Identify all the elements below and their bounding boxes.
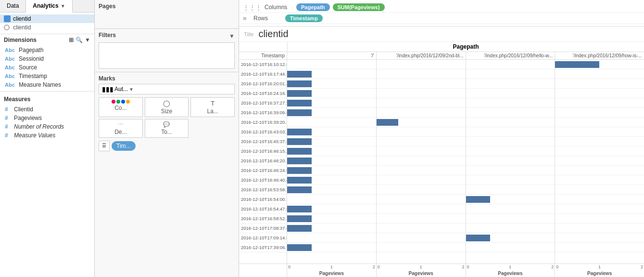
marks-type-dropdown[interactable]: ▮▮▮ Aut... ▼: [99, 84, 235, 94]
axis-col-2: 012 Pageviews: [466, 264, 556, 277]
dim-sessionid[interactable]: Abc Sessionid: [0, 54, 94, 63]
divider: [0, 91, 94, 92]
bar-row: [555, 214, 644, 224]
tim-pill[interactable]: Tim...: [112, 141, 136, 151]
datasource-item-0[interactable]: clientid: [0, 14, 94, 23]
label-icon: T: [211, 100, 215, 107]
bar-row: [377, 204, 466, 214]
pagepath-header-row: Pagepath: [239, 42, 644, 52]
bar-row: [287, 69, 376, 79]
bar-row: [466, 224, 555, 233]
dimensions-list: Abc Pagepath Abc Sessionid Abc Source Ab…: [0, 46, 94, 89]
bar: [287, 215, 312, 222]
measure-number-of-records[interactable]: # Number of Records: [0, 122, 94, 131]
middle-panel: Pages Filters ▼ Marks ▮▮▮ Aut... ▼: [95, 0, 239, 277]
timestamp-cell: 2016-12-10T16:10:12.889...: [239, 60, 287, 69]
axis-col-1: 012 Pageviews: [377, 264, 466, 277]
bar-row: [377, 156, 466, 166]
dim-source[interactable]: Abc Source: [0, 63, 94, 72]
bar-col-0: [287, 60, 377, 264]
filters-section: Filters ▼: [95, 29, 239, 72]
bar-row: [555, 224, 644, 233]
marks-grid: Co... ◯ Size T La... ⋯ De... 💬 To...: [99, 97, 235, 138]
bar-row: [555, 185, 644, 195]
bar-row: [555, 233, 644, 243]
dim-measure-names[interactable]: Abc Measure Names: [0, 80, 94, 89]
columns-shelf: ⋮⋮⋮ Columns Pagepath SUM(Pageviews): [239, 2, 644, 13]
dim-pagepath[interactable]: Abc Pagepath: [0, 46, 94, 54]
filters-caret[interactable]: ▼: [229, 33, 235, 40]
marks-label-button[interactable]: T La...: [190, 97, 235, 117]
bar-row: [287, 98, 376, 108]
bar-row: [466, 79, 555, 89]
bar-col-3: [555, 60, 644, 264]
marks-tooltip-button[interactable]: 💬 To...: [145, 119, 189, 138]
bar-row: [287, 204, 376, 214]
measure-clientid[interactable]: # Clientid: [0, 105, 94, 114]
col-header-0: '/': [287, 52, 377, 59]
bar-row: [287, 127, 376, 137]
bar: [287, 90, 312, 97]
chevron-down-icon[interactable]: ▼: [85, 37, 90, 43]
bar-row: [287, 118, 376, 127]
pages-label: Pages: [99, 3, 235, 10]
bar: [287, 80, 312, 87]
bar-row: [287, 185, 376, 195]
bar: [377, 119, 399, 126]
filters-box: [99, 42, 235, 69]
chart-body: 2016-12-10T16:10:12.889...2016-12-10T16:…: [239, 60, 644, 264]
axis-spacer: [239, 264, 287, 277]
bar-row: [287, 108, 376, 118]
timestamp-spacer: [239, 42, 287, 52]
dim-timestamp[interactable]: Abc Timestamp: [0, 72, 94, 80]
marks-extra-button[interactable]: ⠿: [99, 141, 110, 151]
bar-row: [287, 146, 376, 156]
chevron-down-icon: ▼: [61, 3, 65, 9]
tab-analytics[interactable]: Analytics ▼: [26, 0, 72, 13]
bar-row: [466, 166, 555, 175]
bar-row: [377, 79, 466, 89]
size-icon: ◯: [163, 100, 170, 107]
tabs-row: Data Analytics ▼: [0, 0, 94, 13]
datasource-item-1[interactable]: clientid: [0, 23, 94, 32]
pill-pagepath[interactable]: Pagepath: [296, 3, 330, 11]
bar-row: [555, 156, 644, 166]
bar: [287, 177, 312, 184]
bar-row: [555, 89, 644, 98]
bar: [466, 196, 491, 203]
dimensions-header: Dimensions ⊞ 🔍 ▼: [0, 34, 94, 46]
measure-measure-values[interactable]: # Measure Values: [0, 131, 94, 140]
pill-timestamp[interactable]: Timestamp: [285, 14, 323, 22]
marks-size-button[interactable]: ◯ Size: [145, 97, 189, 117]
marks-detail-button[interactable]: ⋯ De...: [99, 119, 143, 138]
bar-row: [287, 224, 376, 233]
shelf-header: ⋮⋮⋮ Columns Pagepath SUM(Pageviews) ≡ Ro…: [239, 0, 644, 26]
marks-color-button[interactable]: Co...: [99, 97, 143, 117]
timestamp-cell: 2016-12-10T16:20:01.248...: [239, 79, 287, 89]
measure-pageviews[interactable]: # Pageviews: [0, 114, 94, 122]
timestamp-cell: 2016-12-10T16:54:47.587...: [239, 204, 287, 214]
bar: [287, 186, 312, 193]
bar-row: [466, 89, 555, 98]
search-icon[interactable]: 🔍: [76, 37, 83, 43]
bar-row: [555, 79, 644, 89]
timestamp-cell: 2016-12-10T16:24:16.774...: [239, 89, 287, 98]
bar-row: [555, 175, 644, 185]
pill-sum-pageviews[interactable]: SUM(Pageviews): [333, 3, 385, 11]
tab-data[interactable]: Data: [0, 0, 26, 12]
bar: [287, 109, 312, 116]
bar-row: [287, 137, 376, 146]
bar-row: [466, 195, 555, 204]
bar-row: [287, 233, 376, 243]
bar-row: [466, 214, 555, 224]
bar-row: [466, 127, 555, 137]
bar-row: [555, 243, 644, 252]
bar-col-1: [377, 60, 466, 264]
bar-row: [377, 224, 466, 233]
bar-row: [466, 156, 555, 166]
bar-row: [377, 175, 466, 185]
timestamp-cell: 2016-12-10T16:39:20.185...: [239, 118, 287, 127]
grid-icon[interactable]: ⊞: [69, 37, 74, 43]
bar: [287, 225, 312, 232]
bar: [287, 100, 312, 106]
